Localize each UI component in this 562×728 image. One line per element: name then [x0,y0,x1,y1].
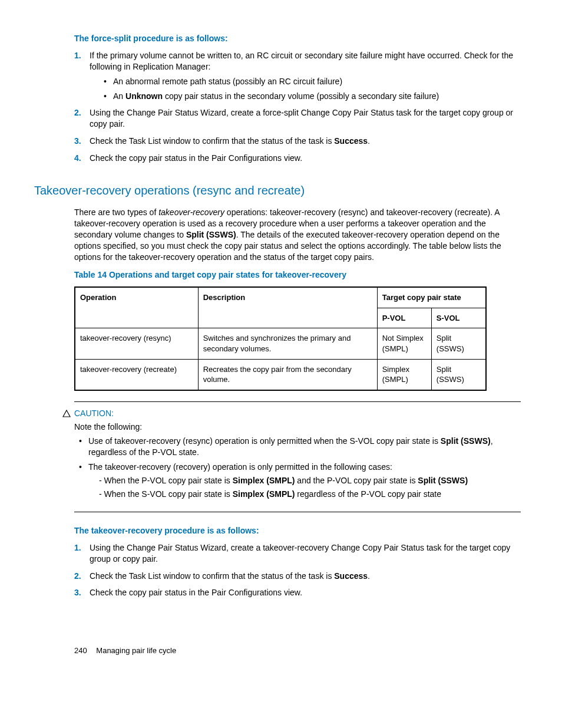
svg-marker-0 [63,410,70,417]
takeover-proc-steps: 1. Using the Change Pair Status Wizard, … [74,542,521,599]
text-bold: Simplex (SMPL) [233,489,295,499]
text: and the P-VOL copy pair state is [295,476,418,485]
text: There are two types of [74,207,158,217]
list-item: 2. Check the Task List window to confirm… [74,571,521,582]
table-caption: Table 14 Operations and target copy pair… [74,269,521,281]
list-item: Use of takeover-recovery (resync) operat… [79,436,521,458]
bullet-text: copy pair status in the secondary volume… [163,91,439,101]
step-bold: Success [334,136,368,146]
list-item: 1. If the primary volume cannot be writt… [74,50,521,102]
text: Use of takeover-recovery (resync) operat… [88,436,441,446]
cell-operation: takeover-recovery (recreate) [75,359,198,390]
step-number: 1. [74,50,81,61]
step-text: If the primary volume cannot be written … [90,51,513,71]
step-text: Check the copy pair status in the Pair C… [90,153,302,163]
dash-item: - When the S-VOL copy pair state is Simp… [99,489,521,500]
step-number: 2. [74,571,81,582]
th-operation: Operation [75,287,198,328]
cell-pvol: Not Simplex (SMPL) [377,328,431,359]
text-bold: Split (SSWS) [186,230,236,239]
th-target: Target copy pair state [377,287,486,308]
section-heading: Takeover-recovery operations (resync and… [34,183,521,199]
text-bold: Split (SSWS) [441,436,491,446]
text: The takeover-recovery (recovery) operati… [88,462,392,472]
warning-triangle-icon [62,410,71,417]
text-bold: Split (SSWS) [418,476,468,485]
cell-operation: takeover-recovery (resync) [75,328,198,359]
list-item: 3. Check the copy pair status in the Pai… [74,587,521,598]
caution-note: Note the following: [74,421,521,433]
cell-pvol: Simplex (SMPL) [377,359,431,390]
step-text: Check the copy pair status in the Pair C… [90,588,302,597]
cell-description: Switches and synchronizes the primary an… [198,328,377,359]
text-bold: Simplex (SMPL) [233,476,295,485]
list-item: 4. Check the copy pair status in the Pai… [74,153,521,164]
step-text: Check the Task List window to confirm th… [90,571,334,581]
step-bold: Success [334,571,368,581]
dash-list: - When the P-VOL copy pair state is Simp… [99,475,521,500]
force-split-steps: 1. If the primary volume cannot be writt… [74,50,521,164]
bullet-text: An abnormal remote path status (possibly… [113,77,342,86]
text-italic: takeover-recovery [158,207,224,217]
list-item: An Unknown copy pair status in the secon… [104,91,521,102]
step-number: 1. [74,542,81,554]
cell-svol: Split (SSWS) [431,328,486,359]
step-number: 2. [74,107,81,118]
text: - When the P-VOL copy pair state is [99,476,233,485]
step-number: 4. [74,153,81,164]
th-svol: S-VOL [431,308,486,328]
step-text: Check the Task List window to confirm th… [90,136,334,146]
sub-bullets: An abnormal remote path status (possibly… [104,76,521,102]
dash-item: - When the P-VOL copy pair state is Simp… [99,475,521,486]
table-row: takeover-recovery (recreate) Recreates t… [75,359,486,390]
footer-title: Managing pair life cycle [96,646,176,655]
takeover-proc-heading: The takeover-recovery procedure is as fo… [74,525,521,536]
step-number: 3. [74,136,81,147]
intro-paragraph: There are two types of takeover-recovery… [74,207,521,262]
takeover-table: Operation Description Target copy pair s… [74,286,487,390]
list-item: 3. Check the Task List window to confirm… [74,136,521,147]
table-row: takeover-recovery (resync) Switches and … [75,328,486,359]
text: regardless of the P-VOL copy pair state [295,489,441,499]
text: - When the S-VOL copy pair state is [99,489,233,499]
caution-header: CAUTION: [62,408,521,419]
page-number: 240 [74,645,87,656]
list-item: 2. Using the Change Pair Status Wizard, … [74,107,521,130]
step-text: Using the Change Pair Status Wizard, cre… [90,108,513,129]
caution-label: CAUTION: [74,408,114,419]
step-number: 3. [74,587,81,598]
th-description: Description [198,287,377,328]
list-item: The takeover-recovery (recovery) operati… [79,462,521,500]
list-item: An abnormal remote path status (possibly… [104,76,521,87]
bullet-bold: Unknown [125,91,163,101]
bullet-text: An [113,91,125,101]
page-footer: 240 Managing pair life cycle [74,645,521,656]
caution-block: CAUTION: Note the following: Use of take… [74,401,521,512]
cell-description: Recreates the copy pair from the seconda… [198,359,377,390]
step-text: Using the Change Pair Status Wizard, cre… [90,543,510,564]
cell-svol: Split (SSWS) [431,359,486,390]
th-pvol: P-VOL [377,308,431,328]
step-text: . [368,136,370,146]
caution-bullets: Use of takeover-recovery (resync) operat… [79,436,521,499]
list-item: 1. Using the Change Pair Status Wizard, … [74,542,521,565]
step-text: . [368,571,370,581]
force-split-heading: The force-split procedure is as follows: [74,33,521,44]
